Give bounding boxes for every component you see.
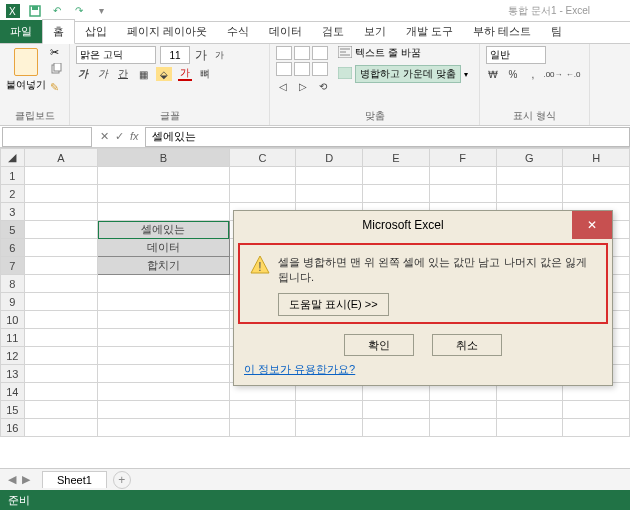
ribbon: 붙여넣기 ✂ ✎ 클립보드 가 가 가 가 간 ▦ ⬙ 가 bbox=[0, 44, 630, 126]
tab-home[interactable]: 홈 bbox=[42, 19, 75, 44]
row-header[interactable]: 11 bbox=[1, 329, 25, 347]
align-mid-right[interactable] bbox=[312, 62, 328, 76]
paste-icon bbox=[14, 48, 38, 76]
tab-developer[interactable]: 개발 도구 bbox=[396, 20, 463, 43]
col-header-F[interactable]: F bbox=[429, 149, 496, 167]
row-header[interactable]: 6 bbox=[1, 239, 25, 257]
col-header-D[interactable]: D bbox=[296, 149, 363, 167]
comma-button[interactable]: , bbox=[526, 67, 540, 81]
row-header[interactable]: 2 bbox=[1, 185, 25, 203]
row-header[interactable]: 3 bbox=[1, 203, 25, 221]
tab-insert[interactable]: 삽입 bbox=[75, 20, 117, 43]
increase-decimal-button[interactable]: .00→ bbox=[546, 67, 560, 81]
enter-formula-icon[interactable]: ✓ bbox=[115, 130, 124, 143]
sheet-nav-prev-icon[interactable]: ◀ bbox=[8, 473, 16, 486]
grow-font-button[interactable]: 가 bbox=[194, 48, 208, 62]
fx-icon[interactable]: fx bbox=[130, 130, 139, 143]
wrap-text-label[interactable]: 텍스트 줄 바꿈 bbox=[355, 46, 421, 60]
row-header[interactable]: 7 bbox=[1, 257, 25, 275]
number-format-select[interactable] bbox=[486, 46, 546, 64]
dialog-close-button[interactable]: ✕ bbox=[572, 211, 612, 239]
row-header[interactable]: 8 bbox=[1, 275, 25, 293]
cancel-formula-icon[interactable]: ✕ bbox=[100, 130, 109, 143]
undo-icon[interactable]: ↶ bbox=[50, 4, 64, 18]
tab-loadtest[interactable]: 부하 테스트 bbox=[463, 20, 541, 43]
row-header[interactable]: 1 bbox=[1, 167, 25, 185]
redo-icon[interactable]: ↷ bbox=[72, 4, 86, 18]
col-header-G[interactable]: G bbox=[496, 149, 563, 167]
status-mode: 준비 bbox=[8, 493, 30, 508]
underline-button[interactable]: 간 bbox=[116, 67, 130, 81]
shrink-font-button[interactable]: 가 bbox=[212, 48, 226, 62]
tab-review[interactable]: 검토 bbox=[312, 20, 354, 43]
dialog-cancel-button[interactable]: 취소 bbox=[432, 334, 502, 356]
orientation-button[interactable]: ⟲ bbox=[316, 79, 330, 93]
sheet-nav-next-icon[interactable]: ▶ bbox=[22, 473, 30, 486]
decrease-indent-button[interactable]: ◁ bbox=[276, 79, 290, 93]
increase-indent-button[interactable]: ▷ bbox=[296, 79, 310, 93]
row-header[interactable]: 10 bbox=[1, 311, 25, 329]
select-all-corner[interactable]: ◢ bbox=[1, 149, 25, 167]
align-mid-center[interactable] bbox=[294, 62, 310, 76]
paste-button[interactable]: 붙여넣기 bbox=[6, 48, 46, 92]
cell-B5[interactable]: 셀에있는 bbox=[98, 221, 229, 239]
col-header-B[interactable]: B bbox=[98, 149, 229, 167]
accounting-button[interactable]: ₩ bbox=[486, 67, 500, 81]
merge-dropdown-icon[interactable]: ▾ bbox=[464, 70, 468, 79]
save-icon[interactable] bbox=[28, 4, 42, 18]
row-header[interactable]: 15 bbox=[1, 401, 25, 419]
copy-icon[interactable] bbox=[50, 63, 62, 77]
add-sheet-button[interactable]: + bbox=[113, 471, 131, 489]
align-top-left[interactable] bbox=[276, 46, 292, 60]
cell-B6[interactable]: 데이터 bbox=[98, 239, 229, 257]
row-header[interactable]: 13 bbox=[1, 365, 25, 383]
qat-more-icon[interactable]: ▾ bbox=[94, 4, 108, 18]
tab-team[interactable]: 팀 bbox=[541, 20, 572, 43]
row-header[interactable]: 5 bbox=[1, 221, 25, 239]
tab-data[interactable]: 데이터 bbox=[259, 20, 312, 43]
row-header[interactable]: 14 bbox=[1, 383, 25, 401]
tab-file[interactable]: 파일 bbox=[0, 20, 42, 43]
row-header[interactable]: 12 bbox=[1, 347, 25, 365]
merge-center-button[interactable]: 병합하고 가운데 맞춤 bbox=[355, 65, 461, 83]
border-button[interactable]: ▦ bbox=[136, 67, 150, 81]
cell-B7[interactable]: 합치기 bbox=[98, 257, 229, 275]
percent-button[interactable]: % bbox=[506, 67, 520, 81]
tab-view[interactable]: 보기 bbox=[354, 20, 396, 43]
align-top-right[interactable] bbox=[312, 46, 328, 60]
bold-button[interactable]: 가 bbox=[76, 67, 90, 81]
col-header-C[interactable]: C bbox=[229, 149, 296, 167]
tab-formulas[interactable]: 수식 bbox=[217, 20, 259, 43]
col-header-H[interactable]: H bbox=[563, 149, 630, 167]
col-header-A[interactable]: A bbox=[24, 149, 98, 167]
tab-pagelayout[interactable]: 페이지 레이아웃 bbox=[117, 20, 217, 43]
cut-icon[interactable]: ✂ bbox=[50, 46, 62, 59]
ribbon-tabs: 파일 홈 삽입 페이지 레이아웃 수식 데이터 검토 보기 개발 도구 부하 테… bbox=[0, 22, 630, 44]
wrap-text-icon[interactable] bbox=[338, 46, 352, 60]
row-header[interactable]: 9 bbox=[1, 293, 25, 311]
font-size-select[interactable] bbox=[160, 46, 190, 64]
align-mid-left[interactable] bbox=[276, 62, 292, 76]
row-header[interactable]: 16 bbox=[1, 419, 25, 437]
title-bar: X ↶ ↷ ▾ 통합 문서1 - Excel bbox=[0, 0, 630, 22]
name-box[interactable] bbox=[2, 127, 92, 147]
dialog-info-link[interactable]: 이 정보가 유용한가요? bbox=[234, 360, 612, 385]
decrease-decimal-button[interactable]: ←.0 bbox=[566, 67, 580, 81]
dialog-titlebar[interactable]: Microsoft Excel ✕ bbox=[234, 211, 612, 239]
align-top-center[interactable] bbox=[294, 46, 310, 60]
svg-rect-7 bbox=[338, 67, 352, 79]
formula-input[interactable] bbox=[145, 127, 630, 147]
dialog-help-button[interactable]: 도움말 표시(E) >> bbox=[278, 293, 389, 316]
col-header-E[interactable]: E bbox=[363, 149, 430, 167]
group-number: ₩ % , .00→ ←.0 표시 형식 bbox=[480, 44, 590, 125]
fill-color-button[interactable]: ⬙ bbox=[156, 67, 172, 81]
font-color-button[interactable]: 가 bbox=[178, 67, 192, 81]
sheet-tab-sheet1[interactable]: Sheet1 bbox=[42, 471, 107, 488]
phonetic-button[interactable]: 뼈 bbox=[198, 67, 212, 81]
paste-label: 붙여넣기 bbox=[6, 78, 46, 92]
dialog-ok-button[interactable]: 확인 bbox=[344, 334, 414, 356]
font-name-select[interactable] bbox=[76, 46, 156, 64]
format-painter-icon[interactable]: ✎ bbox=[50, 81, 62, 94]
merge-icon bbox=[338, 67, 352, 81]
italic-button[interactable]: 가 bbox=[96, 67, 110, 81]
